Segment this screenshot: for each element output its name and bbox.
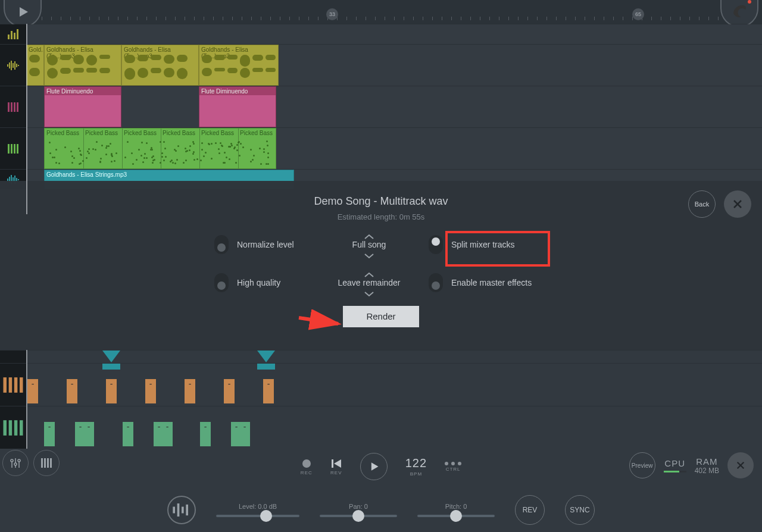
svg-rect-33	[9, 377, 12, 393]
svg-marker-54	[371, 462, 379, 470]
toggle-high-quality[interactable]	[214, 273, 229, 292]
more-icon[interactable]	[445, 462, 461, 465]
pattern-step[interactable]: -	[239, 422, 250, 446]
option-label: Normalize level	[237, 240, 294, 249]
waveform-knob-icon[interactable]	[167, 496, 196, 524]
close-button[interactable]	[724, 190, 751, 218]
option-label: Enable master effects	[451, 278, 532, 287]
svg-rect-38	[14, 420, 18, 436]
svg-rect-16	[8, 144, 10, 154]
pattern-step[interactable]: -	[27, 379, 38, 403]
ram-meter: RAM 402 MB	[695, 456, 719, 475]
toggle-normalize[interactable]	[214, 235, 229, 254]
record-icon[interactable]	[301, 458, 312, 469]
pattern-step[interactable]: -	[224, 379, 235, 403]
loop-marker-icon[interactable]	[257, 351, 275, 364]
midi-clip[interactable]: Picked BassPicked BassPicked BassPicked …	[44, 128, 276, 169]
range-value: Full song	[352, 240, 386, 249]
midi-clip[interactable]: Flute Diminuendo	[199, 86, 276, 127]
svg-marker-31	[257, 351, 275, 362]
level-label: Level: 0.0 dB	[239, 503, 277, 510]
pattern-step[interactable]: -	[44, 422, 55, 446]
option-label: High quality	[237, 278, 280, 287]
audio-clip[interactable]: Gold...	[26, 45, 44, 86]
close-panel-button[interactable]	[727, 452, 754, 478]
svg-rect-20	[7, 179, 8, 181]
pattern-step[interactable]: -	[263, 379, 274, 403]
audio-clip[interactable]: Goldhands - Elisa (Te...).mp3	[121, 45, 199, 86]
cpu-meter: CPU	[664, 458, 686, 472]
playhead[interactable]	[26, 24, 27, 214]
pattern-step[interactable]: -	[200, 422, 211, 446]
svg-rect-1	[8, 35, 10, 39]
svg-rect-12	[8, 102, 10, 112]
svg-rect-9	[14, 61, 15, 70]
pattern-step[interactable]: -	[83, 422, 94, 446]
ram-value: 402 MB	[695, 467, 719, 475]
pattern-body[interactable]: -------	[26, 364, 762, 406]
bpm-value[interactable]: 122	[405, 456, 427, 470]
svg-rect-14	[14, 102, 15, 112]
svg-rect-39	[20, 420, 23, 436]
svg-rect-36	[4, 420, 7, 436]
svg-rect-26	[18, 179, 19, 180]
pan-label: Pan: 0	[349, 503, 368, 510]
chevron-up-icon[interactable]	[364, 232, 374, 238]
ruler-marker[interactable]: 33	[326, 8, 338, 20]
chevron-down-icon[interactable]	[364, 251, 374, 257]
play-button-main[interactable]	[360, 453, 388, 480]
track-waveform-icon[interactable]	[0, 45, 26, 86]
rec-label: REC	[301, 470, 313, 475]
pattern-step[interactable]: -	[162, 422, 173, 446]
option-master-fx: Enable master effects	[429, 273, 548, 292]
pattern-track-icon[interactable]	[0, 364, 26, 406]
audio-clip[interactable]: Goldhands - Elisa (Te...).mp3	[199, 45, 279, 86]
channel-sliders: Level: 0.0 dB Pan: 0 Pitch: 0 REV SYNC	[0, 488, 762, 532]
svg-rect-37	[9, 420, 12, 436]
render-button[interactable]: Render	[343, 306, 419, 327]
track-keys-icon[interactable]	[0, 86, 26, 127]
toggle-master-fx[interactable]	[429, 273, 443, 292]
svg-rect-8	[13, 63, 14, 68]
level-slider[interactable]	[216, 515, 299, 517]
svg-rect-35	[20, 377, 23, 393]
svg-marker-30	[102, 351, 120, 362]
midi-clip[interactable]: Flute Diminuendo	[44, 86, 121, 127]
svg-rect-60	[186, 505, 188, 515]
pattern-track-icon[interactable]	[0, 406, 26, 449]
svg-marker-53	[334, 459, 341, 468]
pattern-step[interactable]: -	[123, 422, 133, 446]
track-body[interactable]: Flute DiminuendoFlute Diminuendo	[26, 86, 762, 127]
pitch-slider[interactable]	[417, 515, 495, 517]
timeline-ruler[interactable]: 3365	[0, 0, 762, 24]
audio-clip[interactable]: Goldhands - Elisa (Te...).mp3	[44, 45, 121, 86]
bpm-label: BPM	[410, 471, 422, 477]
ruler-marker[interactable]: 65	[632, 8, 644, 20]
rev-button[interactable]: REV	[515, 495, 545, 525]
toggle-split-mixer[interactable]	[429, 235, 443, 254]
chevron-down-icon[interactable]	[364, 289, 374, 295]
pattern-area: ------- ---------	[0, 350, 762, 449]
pattern-step[interactable]: -	[67, 379, 77, 403]
svg-rect-52	[332, 459, 333, 468]
sync-button[interactable]: SYNC	[565, 495, 595, 525]
pan-slider[interactable]	[320, 515, 397, 517]
pattern-step[interactable]: -	[106, 379, 117, 403]
chevron-up-icon[interactable]	[364, 270, 374, 276]
svg-rect-34	[14, 377, 18, 393]
pattern-step[interactable]: -	[185, 379, 195, 403]
pattern-body[interactable]: ---------	[26, 406, 762, 449]
svg-rect-32	[4, 377, 7, 393]
render-dialog: Demo Song - Multitrack wav Estimated len…	[0, 181, 762, 350]
loop-marker-icon[interactable]	[102, 351, 120, 364]
track-body[interactable]: Gold...Goldhands - Elisa (Te...).mp3Gold…	[26, 45, 762, 86]
arrangement-tracks: Gold...Goldhands - Elisa (Te...).mp3Gold…	[0, 24, 762, 189]
skip-start-icon[interactable]	[330, 458, 342, 469]
track-meter-icon[interactable]	[0, 24, 26, 44]
pitch-label: Pitch: 0	[445, 503, 467, 510]
preview-button[interactable]: Preview	[629, 452, 655, 478]
back-button[interactable]: Back	[688, 190, 716, 218]
track-body[interactable]: Picked BassPicked BassPicked BassPicked …	[26, 128, 762, 169]
pattern-step[interactable]: -	[145, 379, 156, 403]
track-keys-icon[interactable]	[0, 128, 26, 169]
